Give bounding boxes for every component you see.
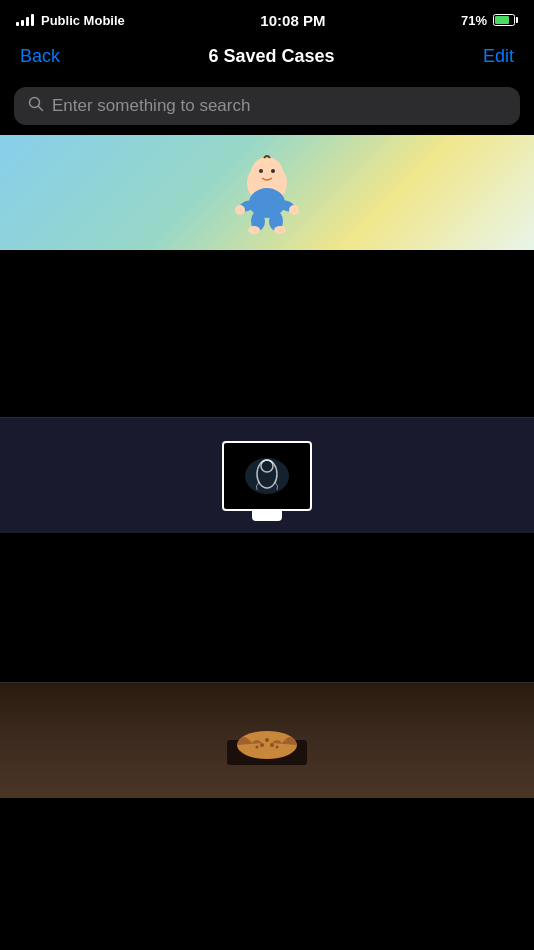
list-item[interactable]: Name: THOMAS Birthdate: Tuesday, 28 Sep …	[0, 135, 534, 418]
case-list: Name: THOMAS Birthdate: Tuesday, 28 Sep …	[0, 135, 534, 950]
signal-icon	[16, 14, 34, 26]
page-title: 6 Saved Cases	[208, 46, 334, 67]
nav-bar: Back 6 Saved Cases Edit	[0, 38, 534, 79]
case-image-test3	[0, 683, 534, 798]
back-button[interactable]: Back	[20, 46, 60, 67]
status-bar: Public Mobile 10:08 PM 71%	[0, 0, 534, 38]
svg-point-10	[289, 205, 299, 215]
search-bar[interactable]: Enter something to search	[14, 87, 520, 125]
svg-point-13	[248, 226, 260, 234]
battery-icon	[493, 14, 518, 26]
ultrasound-icon	[222, 441, 312, 511]
search-container: Enter something to search	[0, 79, 534, 135]
edit-button[interactable]: Edit	[483, 46, 514, 67]
svg-point-19	[237, 731, 297, 759]
case-image-maria	[0, 418, 534, 533]
svg-point-9	[235, 205, 245, 215]
svg-point-21	[270, 743, 274, 747]
status-time: 10:08 PM	[260, 12, 325, 29]
svg-point-4	[259, 169, 263, 173]
svg-point-3	[251, 157, 283, 189]
search-icon	[28, 96, 44, 116]
svg-point-14	[274, 226, 286, 234]
svg-point-22	[265, 738, 269, 742]
svg-line-1	[39, 107, 43, 111]
list-item[interactable]: Name: MARIA Expected Due Date: Monday, 2…	[0, 418, 534, 682]
svg-point-24	[276, 746, 279, 749]
search-placeholder: Enter something to search	[52, 96, 250, 116]
svg-point-20	[260, 743, 264, 747]
svg-point-23	[256, 746, 259, 749]
list-item[interactable]: Name: TEST3 Birthdate: Tuesday, 28 Sep 2…	[0, 683, 534, 950]
case-image-thomas	[0, 135, 534, 250]
svg-point-5	[271, 169, 275, 173]
status-battery: 71%	[461, 13, 518, 28]
status-carrier: Public Mobile	[16, 13, 125, 28]
